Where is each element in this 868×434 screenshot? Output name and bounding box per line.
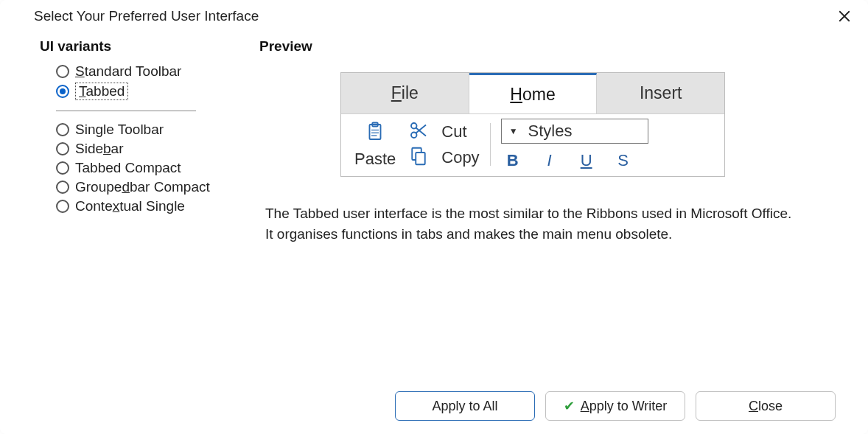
styles-group: ▼ Styles B I U S <box>495 119 654 170</box>
variant-label: Tabbed <box>75 83 128 100</box>
scissors-icon <box>407 119 430 144</box>
dialog-body: UI variants Standard ToolbarTabbed Singl… <box>0 31 868 244</box>
variant-option[interactable]: Standard Toolbar <box>56 63 253 80</box>
variant-label: Standard Toolbar <box>75 63 181 80</box>
apply-to-all-button[interactable]: Apply to All <box>395 391 535 421</box>
close-button[interactable]: Close <box>696 391 836 421</box>
svg-rect-10 <box>416 153 426 164</box>
bold-icon: B <box>504 151 522 170</box>
preview-ribbon-content: Paste Cut Copy <box>341 114 724 176</box>
close-icon[interactable] <box>834 6 855 27</box>
variant-list-2: Single ToolbarSidebarTabbed CompactGroup… <box>40 122 253 214</box>
variant-option[interactable]: Tabbed <box>56 83 253 100</box>
radio-icon[interactable] <box>56 123 69 136</box>
cutcopy-labels: Cut Copy <box>435 119 485 170</box>
preview-tab: Insert <box>597 73 724 113</box>
preview-panel: Preview FileHomeInsert Paste <box>253 38 843 244</box>
variant-divider <box>56 111 196 111</box>
apply-writer-label: Apply to Writer <box>581 399 668 414</box>
check-icon: ✔ <box>564 398 575 414</box>
variants-heading: UI variants <box>40 38 253 55</box>
variant-option[interactable]: Groupedbar Compact <box>56 179 253 195</box>
strike-icon: S <box>615 151 632 170</box>
radio-icon[interactable] <box>56 161 69 175</box>
paste-group: Paste <box>349 119 402 170</box>
apply-all-label: Apply to All <box>432 399 497 414</box>
cutcopy-icons <box>402 119 435 170</box>
styles-dropdown: ▼ Styles <box>501 119 648 144</box>
variant-label: Tabbed Compact <box>75 160 181 176</box>
dialog-title: Select Your Preferred User Interface <box>34 8 259 24</box>
underline-icon: U <box>578 151 595 170</box>
variant-list-1: Standard ToolbarTabbed <box>40 63 253 100</box>
variant-label: Contextual Single <box>75 198 185 214</box>
preview-tab: File <box>341 73 469 113</box>
format-buttons: B I U S <box>501 151 632 170</box>
variant-option[interactable]: Sidebar <box>56 141 253 157</box>
copy-label: Copy <box>441 148 479 167</box>
radio-icon[interactable] <box>56 181 69 194</box>
preview-tabs: FileHomeInsert <box>341 73 724 114</box>
radio-icon[interactable] <box>56 142 69 155</box>
variant-option[interactable]: Contextual Single <box>56 198 253 214</box>
dropdown-triangle-icon: ▼ <box>509 126 518 136</box>
italic-icon: I <box>541 151 559 170</box>
variants-panel: UI variants Standard ToolbarTabbed Singl… <box>40 38 253 244</box>
variant-label: Single Toolbar <box>75 122 164 138</box>
dialog-window: Select Your Preferred User Interface UI … <box>0 0 868 434</box>
variant-label: Groupedbar Compact <box>75 179 210 195</box>
preview-ribbon: FileHomeInsert Paste <box>340 72 725 177</box>
cut-label: Cut <box>441 122 466 141</box>
preview-tab: Home <box>469 73 598 113</box>
close-label: Close <box>749 399 783 414</box>
paste-label: Paste <box>354 150 396 169</box>
description-text: The Tabbed user interface is the most si… <box>265 203 796 244</box>
copy-icon <box>407 145 430 170</box>
radio-icon[interactable] <box>56 65 69 78</box>
styles-label: Styles <box>528 122 573 141</box>
radio-icon[interactable] <box>56 200 69 213</box>
preview-heading: Preview <box>259 38 843 55</box>
titlebar: Select Your Preferred User Interface <box>0 0 868 31</box>
variant-label: Sidebar <box>75 141 124 157</box>
clipboard-icon <box>364 121 386 146</box>
variant-option[interactable]: Single Toolbar <box>56 122 253 138</box>
variant-option[interactable]: Tabbed Compact <box>56 160 253 176</box>
apply-to-writer-button[interactable]: ✔ Apply to Writer <box>545 391 685 421</box>
radio-icon[interactable] <box>56 85 69 98</box>
dialog-buttons: Apply to All ✔ Apply to Writer Close <box>395 391 836 421</box>
ribbon-separator <box>490 123 491 166</box>
